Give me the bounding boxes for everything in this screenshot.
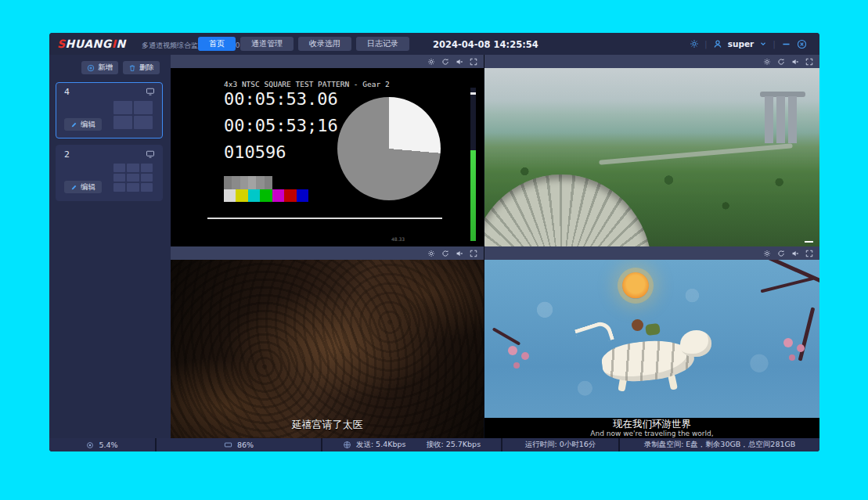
tab-channel-management[interactable]: 通道管理 (240, 37, 294, 51)
color-swatch (224, 176, 232, 189)
disk-space-segment: 录制盘空间: E盘，剩余30GB，总空间281GB (620, 438, 819, 451)
memory-usage-segment: 86% (157, 438, 321, 451)
fullscreen-icon[interactable] (805, 58, 813, 66)
network-send-value: 发送: 5.4Kbps (356, 440, 406, 450)
volume-mute-icon[interactable] (456, 58, 463, 66)
grayscale-bars (224, 176, 272, 189)
lotus-flowers (508, 346, 517, 355)
audio-level-meter (470, 88, 476, 241)
stream-settings-gear-icon[interactable] (763, 250, 771, 257)
close-icon[interactable] (797, 39, 807, 49)
pencil-icon (70, 184, 77, 191)
refresh-icon[interactable] (777, 58, 785, 66)
settings-gear-icon[interactable] (690, 39, 699, 49)
title-bar: SHUANGIN 多通道视频综合监测系统V3.0.4.1 首页 通道管理 收录选… (49, 33, 819, 55)
user-icon (713, 39, 722, 49)
carving-texture (171, 260, 484, 438)
fullscreen-icon[interactable] (470, 58, 477, 66)
tiger-head (680, 330, 711, 357)
monitor-icon[interactable] (146, 87, 155, 96)
edit-layout-label: 编辑 (81, 120, 95, 130)
color-swatch (248, 176, 256, 189)
grid-preview-cell (141, 164, 153, 172)
username-label[interactable]: super (728, 39, 755, 49)
app-window: SHUANGIN 多通道视频综合监测系统V3.0.4.1 首页 通道管理 收录选… (49, 33, 819, 451)
cpu-icon (86, 441, 94, 449)
color-swatch (224, 189, 236, 202)
grid-preview-cell (113, 164, 125, 172)
color-swatch (284, 189, 296, 202)
network-globe-icon (343, 441, 351, 449)
plus-circle-icon (87, 64, 95, 72)
delete-layout-button[interactable]: 删除 (123, 61, 160, 74)
layout-card-4[interactable]: 4 编辑 (56, 82, 163, 138)
divider: | (773, 39, 776, 49)
volume-mute-icon[interactable] (456, 250, 463, 257)
grid-preview-cell (113, 174, 125, 182)
subtitle-text-en: And now we're traveling the world, (484, 430, 819, 437)
grid-preview-cell (113, 116, 132, 129)
refresh-icon[interactable] (441, 250, 449, 257)
chevron-down-icon[interactable] (759, 40, 767, 48)
video-stream-cartoon[interactable]: 现在我们环游世界 And now we're traveling the wor… (484, 260, 819, 438)
grid-preview-cell (113, 101, 132, 114)
monitor-icon[interactable] (146, 149, 155, 159)
tab-recording-selection[interactable]: 收录选用 (298, 37, 351, 51)
edit-layout-button[interactable]: 编辑 (64, 118, 102, 131)
minimize-icon[interactable] (781, 39, 791, 49)
stream-settings-gear-icon[interactable] (427, 250, 435, 257)
color-swatch (236, 189, 247, 202)
subtitle-text-cn: 现在我们环游世界 (484, 418, 819, 430)
logo-part: N (117, 38, 126, 50)
trash-icon (128, 64, 136, 72)
refresh-icon[interactable] (441, 58, 449, 66)
grid-preview-cell (134, 116, 153, 129)
layout-card-id: 4 (64, 87, 70, 97)
tab-home[interactable]: 首页 (198, 37, 236, 51)
fullscreen-icon[interactable] (470, 250, 477, 257)
memory-icon (224, 441, 232, 449)
cpu-usage-value: 5.4% (99, 441, 117, 449)
color-swatch (248, 189, 260, 202)
layout-card-2[interactable]: 2 编辑 (56, 145, 163, 201)
pattern-watermark: 48.33 (391, 236, 405, 242)
add-layout-button[interactable]: 新增 (81, 61, 118, 74)
divider: | (704, 39, 708, 49)
video-panel-toolbar (484, 246, 819, 260)
subtitle-band: 现在我们环游世界 And now we're traveling the wor… (484, 418, 819, 438)
edit-layout-button[interactable]: 编辑 (64, 181, 102, 193)
video-stream-aerial-city[interactable] (484, 68, 819, 246)
test-pattern-title: 4x3 NTSC SQUARE TEST PATTERN - Gear 2 (224, 80, 390, 88)
grid-preview-cell (141, 174, 153, 182)
video-watermark-dash (805, 241, 813, 243)
stream-settings-gear-icon[interactable] (763, 58, 771, 66)
stream-settings-gear-icon[interactable] (427, 58, 435, 66)
video-grid: 4x3 NTSC SQUARE TEST PATTERN - Gear 2 00… (171, 55, 819, 438)
fullscreen-icon[interactable] (805, 250, 813, 257)
timecode-display: 00:05:53;16 (224, 116, 338, 135)
disk-space-value: 录制盘空间: E盘，剩余30GB，总空间281GB (644, 440, 796, 450)
tab-log-records[interactable]: 日志记录 (356, 37, 409, 51)
grid-preview-cell (134, 101, 153, 114)
cartoon-sun (622, 272, 649, 299)
network-segment: 发送: 5.4Kbps 接收: 25.7Kbps (322, 438, 501, 451)
refresh-icon[interactable] (777, 250, 785, 257)
volume-mute-icon[interactable] (791, 58, 799, 66)
audio-level-fill (470, 150, 476, 241)
main-nav: 首页 通道管理 收录选用 日志记录 (198, 37, 409, 51)
color-swatch (240, 176, 248, 189)
video-stream-test-pattern[interactable]: 4x3 NTSC SQUARE TEST PATTERN - Gear 2 00… (171, 68, 484, 246)
video-stream-palace-drama[interactable]: 延禧宫请了太医 (171, 260, 484, 438)
layout-grid-preview (113, 164, 153, 192)
edit-layout-label: 编辑 (81, 182, 95, 192)
video-panel-toolbar (171, 55, 484, 68)
volume-mute-icon[interactable] (791, 250, 799, 257)
layout-grid-preview (113, 101, 153, 129)
color-swatch (265, 176, 272, 189)
video-panel-test-pattern: 4x3 NTSC SQUARE TEST PATTERN - Gear 2 00… (171, 55, 484, 246)
grid-preview-cell (127, 164, 139, 172)
tiger-tail (574, 319, 614, 351)
uptime-value: 运行时间: 0小时16分 (525, 440, 596, 450)
color-swatch (260, 189, 272, 202)
pencil-icon (70, 121, 77, 128)
